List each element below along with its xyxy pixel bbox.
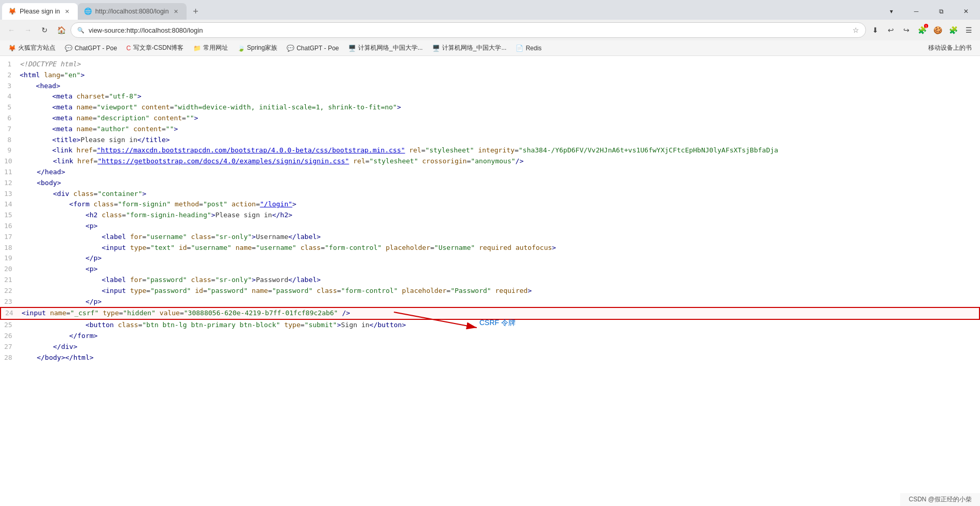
tab-close-1[interactable]: ✕ xyxy=(63,7,72,16)
source-line-12: 12 <body> xyxy=(0,178,980,189)
footer: CSDN @假正经的小柴 xyxy=(900,493,980,506)
bookmark-firefox[interactable]: 🦊 火狐官方站点 xyxy=(4,43,60,53)
source-line-16: 16 <p> xyxy=(0,221,980,232)
tab-bar: 🦊 Please sign in ✕ 🌐 http://localhost:80… xyxy=(0,0,980,20)
source-wrapper: 1<!DOCTYPE html>2<html lang="en">3 <head… xyxy=(0,56,980,506)
source-line-27: 27 </div> xyxy=(0,342,980,353)
bookmark-redis[interactable]: 📄 Redis xyxy=(512,44,546,53)
source-line-13: 13 <div class="container"> xyxy=(0,189,980,200)
bookmark-csdn[interactable]: C 写文章-CSDN博客 xyxy=(122,43,188,53)
source-line-21: 21 <label for="password" class="sr-only"… xyxy=(0,275,980,286)
bookmark-label: 计算机网络_中国大学... xyxy=(358,44,423,52)
forward-button[interactable]: → xyxy=(21,23,35,37)
browser-window: 🦊 Please sign in ✕ 🌐 http://localhost:80… xyxy=(0,0,980,506)
restore-button[interactable]: ⧉ xyxy=(929,3,953,20)
bookmark-label: 常用网址 xyxy=(203,44,228,52)
source-line-2: 2<html lang="en"> xyxy=(0,70,980,81)
source-line-20: 20 <p> xyxy=(0,264,980,275)
tab-close-2[interactable]: ✕ xyxy=(172,7,180,16)
cookie-icon[interactable]: 🍪 xyxy=(930,23,945,37)
source-line-9: 9 <link href="https://maxcdn.bootstrapcd… xyxy=(0,145,980,156)
bookmark-star-icon[interactable]: ☆ xyxy=(853,26,859,34)
menu-icon[interactable]: ☰ xyxy=(961,23,976,37)
home-button[interactable]: 🏠 xyxy=(54,23,68,37)
bookmark-chatgpt2[interactable]: 💬 ChatGPT - Poe xyxy=(282,44,343,53)
bookmark-mobile[interactable]: 移动设备上的书 xyxy=(924,43,976,53)
bookmark-network2[interactable]: 🖥️ 计算机网络_中国大学... xyxy=(428,43,511,53)
tab-title-1: Please sign in xyxy=(20,8,60,15)
address-bar[interactable]: 🔍 view-source:http://localhost:8080/logi… xyxy=(70,22,866,38)
bookmarks-bar: 🦊 火狐官方站点 💬 ChatGPT - Poe C 写文章-CSDN博客 📁 … xyxy=(0,40,980,56)
source-view: 1<!DOCTYPE html>2<html lang="en">3 <head… xyxy=(0,56,980,506)
source-line-3: 3 <head> xyxy=(0,81,980,92)
source-line-14: 14 <form class="form-signin" method="pos… xyxy=(0,199,980,210)
history-back-icon[interactable]: ↩ xyxy=(884,23,898,37)
back-button[interactable]: ← xyxy=(4,23,19,37)
close-button[interactable]: ✕ xyxy=(954,3,978,20)
minimize-button[interactable]: ─ xyxy=(904,3,928,20)
csrf-label: CSRF 令牌 xyxy=(479,318,516,328)
source-line-1: 1<!DOCTYPE html> xyxy=(0,59,980,70)
bookmark-network1[interactable]: 🖥️ 计算机网络_中国大学... xyxy=(344,43,427,53)
bookmark-label: 火狐官方站点 xyxy=(18,44,55,52)
source-line-15: 15 <h2 class="form-signin-heading">Pleas… xyxy=(0,210,980,221)
bookmark-label: Spring家族 xyxy=(247,44,278,52)
bookmark-label: 写文章-CSDN博客 xyxy=(133,44,184,52)
bookmark-label: ChatGPT - Poe xyxy=(75,45,117,52)
source-line-8: 8 <title>Please sign in</title> xyxy=(0,135,980,146)
source-line-23: 23 </p> xyxy=(0,297,980,307)
source-line-5: 5 <meta name="viewport" content="width=d… xyxy=(0,102,980,113)
source-line-4: 4 <meta charset="utf-8"> xyxy=(0,91,980,102)
footer-text: CSDN @假正经的小柴 xyxy=(908,496,972,503)
tab-title-2: http://localhost:8080/login xyxy=(95,8,169,15)
source-line-17: 17 <label for="username" class="sr-only"… xyxy=(0,232,980,243)
source-line-22: 22 <input type="password" id="password" … xyxy=(0,286,980,297)
badge-count: 1 xyxy=(924,24,928,28)
source-line-6: 6 <meta name="description" content=""> xyxy=(0,113,980,124)
bookmark-label: ChatGPT - Poe xyxy=(296,45,339,52)
history-forward-icon[interactable]: ↪ xyxy=(899,23,914,37)
source-line-26: 26 </form> xyxy=(0,331,980,342)
new-tab-button[interactable]: + xyxy=(189,4,203,19)
window-controls: ▾ ─ ⧉ ✕ xyxy=(879,3,980,20)
bookmark-label: 计算机网络_中国大学... xyxy=(442,44,507,52)
source-line-28: 28 </body></html> xyxy=(0,353,980,363)
tab-active[interactable]: 🦊 Please sign in ✕ xyxy=(2,3,78,20)
tab-favicon-2: 🌐 xyxy=(84,7,92,16)
download-icon[interactable]: ⬇ xyxy=(868,23,883,37)
source-line-10: 10 <link href="https://getbootstrap.com/… xyxy=(0,156,980,167)
tab-inactive[interactable]: 🌐 http://localhost:8080/login ✕ xyxy=(78,3,187,20)
bookmark-common[interactable]: 📁 常用网址 xyxy=(189,43,232,53)
tab-dropdown-button[interactable]: ▾ xyxy=(879,3,903,20)
bookmark-chatgpt1[interactable]: 💬 ChatGPT - Poe xyxy=(61,44,121,53)
source-line-19: 19 </p> xyxy=(0,253,980,264)
reload-button[interactable]: ↻ xyxy=(37,23,52,37)
source-line-11: 11 </head> xyxy=(0,167,980,178)
address-bar-text: view-source:http://localhost:8080/login xyxy=(89,26,848,34)
toolbar-icons: ⬇ ↩ ↪ 🧩 1 🍪 🧩 ☰ xyxy=(868,23,976,37)
extensions-icon[interactable]: 🧩 1 xyxy=(915,23,929,37)
bookmark-mobile-label: 移动设备上的书 xyxy=(928,44,972,52)
bookmark-label: Redis xyxy=(525,45,542,52)
puzzle-icon[interactable]: 🧩 xyxy=(946,23,960,37)
source-line-7: 7 <meta name="author" content=""> xyxy=(0,124,980,135)
bookmark-spring[interactable]: 🍃 Spring家族 xyxy=(233,43,282,53)
address-bar-row: ← → ↻ 🏠 🔍 view-source:http://localhost:8… xyxy=(0,20,980,40)
source-line-18: 18 <input type="text" id="username" name… xyxy=(0,243,980,254)
tab-favicon-1: 🦊 xyxy=(8,7,17,16)
address-security-icon: 🔍 xyxy=(77,27,84,34)
